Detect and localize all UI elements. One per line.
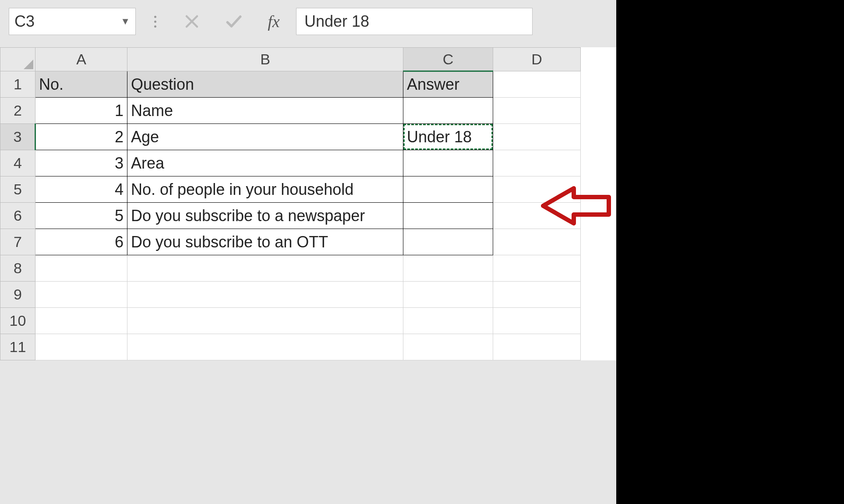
cell-C11[interactable] [403,334,493,360]
cell-B3[interactable]: Age [127,124,403,150]
cell-C3-value: Under 18 [407,128,472,146]
cell-A5[interactable]: 4 [35,176,127,203]
row-header-10[interactable]: 10 [0,308,35,334]
row-header-8[interactable]: 8 [0,255,35,282]
cell-B1[interactable]: Question [127,71,403,98]
cancel-entry-button[interactable] [174,9,209,34]
cell-A7[interactable]: 6 [35,229,127,255]
cell-B8[interactable] [127,255,403,282]
spreadsheet-grid[interactable]: A B C D 1 No. Question Answer 2 1 Name 3… [0,47,581,360]
cell-C7[interactable] [403,229,493,255]
svg-marker-0 [24,60,33,69]
row-header-4[interactable]: 4 [0,150,35,176]
close-icon [184,14,200,29]
row-header-2[interactable]: 2 [0,98,35,124]
cell-C4[interactable] [403,150,493,176]
name-box[interactable]: C3 ▼ [9,8,136,35]
cell-A10[interactable] [35,308,127,334]
row-header-3[interactable]: 3 [0,124,35,150]
cell-D4[interactable] [493,150,581,176]
cell-C9[interactable] [403,282,493,308]
cell-B2[interactable]: Name [127,98,403,124]
fx-label: fx [268,12,279,31]
cell-A11[interactable] [35,334,127,360]
cell-A9[interactable] [35,282,127,308]
cell-reference: C3 [14,12,35,31]
cell-C10[interactable] [403,308,493,334]
cell-B4[interactable]: Area [127,150,403,176]
cell-D6[interactable] [493,203,581,229]
cell-B10[interactable] [127,308,403,334]
row-header-9[interactable]: 9 [0,282,35,308]
cell-C3[interactable]: Under 18 ▼ [403,124,493,150]
cell-A2[interactable]: 1 [35,98,127,124]
check-icon [224,12,244,31]
cell-C6[interactable] [403,203,493,229]
cell-B5[interactable]: No. of people in your household [127,176,403,203]
cell-B9[interactable] [127,282,403,308]
insert-function-button[interactable]: fx [258,9,289,34]
right-black-mask [616,0,844,360]
cell-D1[interactable] [493,71,581,98]
cell-D5[interactable] [493,176,581,203]
cell-B7[interactable]: Do you subscribe to an OTT [127,229,403,255]
row-header-1[interactable]: 1 [0,71,35,98]
col-header-A[interactable]: A [35,48,127,71]
cell-B6[interactable]: Do you subscribe to a newspaper [127,203,403,229]
cell-A3[interactable]: 2 [35,124,127,150]
cell-C2[interactable] [403,98,493,124]
cell-A4[interactable]: 3 [35,150,127,176]
confirm-entry-button[interactable] [216,9,251,34]
cell-A8[interactable] [35,255,127,282]
select-all-corner[interactable] [0,48,35,71]
formula-value: Under 18 [304,12,369,31]
formula-bar-divider [147,13,163,30]
cell-D11[interactable] [493,334,581,360]
col-header-B[interactable]: B [127,48,403,71]
row-header-6[interactable]: 6 [0,203,35,229]
row-header-11[interactable]: 11 [0,334,35,360]
cell-D9[interactable] [493,282,581,308]
cell-C1[interactable]: Answer [403,71,493,98]
col-header-D[interactable]: D [493,48,581,71]
cell-A6[interactable]: 5 [35,203,127,229]
cell-B11[interactable] [127,334,403,360]
cell-D7[interactable] [493,229,581,255]
col-header-C[interactable]: C [403,48,493,71]
name-box-dropdown-icon[interactable]: ▼ [120,16,130,27]
cell-D8[interactable] [493,255,581,282]
cell-A1[interactable]: No. [35,71,127,98]
row-header-7[interactable]: 7 [0,229,35,255]
cell-C5[interactable] [403,176,493,203]
cell-D2[interactable] [493,98,581,124]
row-header-5[interactable]: 5 [0,176,35,203]
cell-D3[interactable] [493,124,581,150]
formula-input[interactable]: Under 18 [296,8,533,35]
cell-C8[interactable] [403,255,493,282]
cell-D10[interactable] [493,308,581,334]
